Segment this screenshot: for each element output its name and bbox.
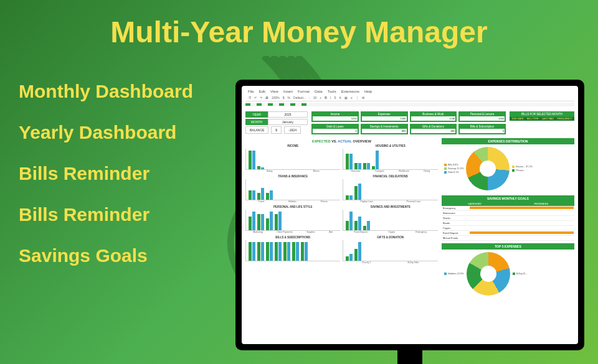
summary-tile: Business & Work1230: [410, 111, 457, 122]
bills-panel-title: BILLS FOR SELECTED MONTH: [510, 111, 574, 117]
feature-item: Bills Reminder: [19, 204, 193, 225]
expenses-distribution-panel: EXPENSES DISTRIBUTION Bills 0.0%Savings …: [442, 138, 574, 193]
feature-item: Bills Reminder: [19, 163, 193, 184]
mini-bar-chart: TRANS & INSURANCE TravelHobbiesFitness: [245, 175, 340, 203]
menu-item[interactable]: Extensions: [341, 90, 359, 93]
feature-list: Monthly DashboardYearly DashboardBills R…: [19, 81, 193, 286]
legend-item: Busine... 37.2%: [512, 166, 533, 168]
bills-col-header: FREQUENCY: [557, 118, 572, 120]
bills-col-header: LAST PAID: [542, 118, 554, 120]
summary-tile: Bills & Subscription0: [458, 124, 506, 134]
font-select[interactable]: Default...: [293, 96, 306, 100]
overview-title: EXPECTED VS. ACTUAL OVERVIEW: [245, 139, 438, 143]
bills-col-header: BILL TYPE: [527, 118, 539, 120]
mini-bar-chart: INCOME SalaryBonus: [245, 144, 340, 172]
menu-item[interactable]: Format: [298, 90, 310, 93]
currency-label: $: [271, 126, 282, 134]
main-title: Multi-Year Money Manager: [0, 0, 598, 49]
goals-title: SAVINGS MONTHLY GOALS: [442, 195, 574, 202]
legend-item: Savings 11.0%: [444, 167, 463, 170]
goals-row: Fixed Deposit: [442, 231, 574, 236]
summary-tile: Personal & Leisure1560: [458, 111, 506, 122]
legend-item: Debt 0.1%: [444, 171, 463, 174]
goals-row: Emergency: [442, 206, 574, 211]
goals-row: Bonds: [442, 221, 574, 226]
legend-item: Bills 0.0%: [444, 164, 463, 166]
print-icon[interactable]: 🖶: [265, 96, 269, 100]
menu-item[interactable]: View: [270, 90, 278, 93]
legend-item: B-Day B...: [513, 273, 527, 275]
menu-item[interactable]: Insert: [283, 90, 293, 93]
summary-tile: Income5250: [311, 111, 359, 122]
month-select[interactable]: January: [268, 119, 308, 125]
savings-goals-panel: SAVINGS MONTHLY GOALS CATEGORYPROGRESS E…: [442, 195, 574, 241]
menu-icon[interactable]: ☰: [248, 96, 252, 100]
balance-value: -1924: [284, 126, 301, 134]
sheet-tabs[interactable]: [245, 103, 574, 106]
mini-bar-chart: HOUSING & UTILITIES GroceriesTransportHe…: [343, 144, 437, 172]
menu-item[interactable]: Edit: [259, 90, 265, 93]
mini-bar-chart: PERSONAL AND LIFE STYLE MarketingClient …: [245, 205, 340, 233]
monitor-frame: FileEditViewInsertFormatDataToolsExtensi…: [235, 80, 584, 350]
mini-bar-chart: BILLS & SUBSCRIPTIONS: [245, 236, 340, 264]
goals-col-header: PROGRESS: [508, 202, 574, 206]
feature-item: Monthly Dashboard: [19, 81, 193, 102]
feature-item: Yearly Dashboard: [19, 122, 193, 143]
menu-item[interactable]: File: [248, 90, 254, 93]
zoom-label[interactable]: 100%: [271, 96, 280, 100]
year-label: YEAR: [245, 111, 268, 118]
redo-icon[interactable]: ↷: [259, 96, 263, 100]
top5-panel: TOP 5 EXPENSES Hobbies 22.0% B-Day B...: [442, 243, 574, 298]
bills-col-header: DUE DATE: [512, 118, 524, 120]
summary-tile: Expenses1566: [361, 111, 408, 122]
goals-col-header: CATEGORY: [442, 202, 508, 206]
text-color-icon[interactable]: A: [339, 96, 342, 100]
legend-item: Hobbies 22.0%: [444, 273, 464, 275]
overview-col: EXPECTED VS. ACTUAL OVERVIEW INCOME Sala…: [245, 138, 438, 298]
mini-bar-chart: FINANCIAL OBLIGATIONS Payday LoanPersona…: [343, 175, 437, 203]
top5-donut-chart: [467, 252, 510, 296]
expenses-donut-chart: [466, 147, 510, 190]
fill-color-icon[interactable]: ▦: [344, 96, 348, 100]
summary-tile: Savings & Investments800: [361, 124, 408, 134]
summary-tile: Debt & Loans9: [311, 124, 359, 134]
dist-title: EXPENSES DISTRIBUTION: [442, 138, 574, 144]
menu-bar[interactable]: FileEditViewInsertFormatDataToolsExtensi…: [245, 88, 574, 95]
toolbar[interactable]: ☰ ↶ ↷ 🖶 100% $% Default... -10+ BIS A ▦ …: [245, 95, 574, 101]
balance-label: BALANCE: [245, 126, 268, 134]
month-label: MONTH: [245, 119, 268, 125]
menu-item[interactable]: Tools: [328, 90, 336, 93]
undo-icon[interactable]: ↶: [254, 96, 257, 100]
summary-tile: Gifts & Donations885: [410, 124, 457, 134]
goals-row: Crypto: [442, 226, 574, 231]
top5-title: TOP 5 EXPENSES: [442, 243, 574, 250]
menu-item[interactable]: Help: [364, 90, 372, 93]
goals-row: Stocks: [442, 216, 574, 221]
spreadsheet-screen: FileEditViewInsertFormatDataToolsExtensi…: [242, 86, 578, 344]
menu-item[interactable]: Data: [315, 90, 323, 93]
feature-item: Savings Goals: [19, 245, 193, 266]
year-select[interactable]: 2025: [268, 111, 308, 118]
mini-bar-chart: GIFTS & DONATION Charity 2B-Day Gifts: [343, 236, 437, 264]
goals-row: Mutual Funds: [442, 236, 574, 241]
mini-bar-chart: SAVINGS AND INVESTMENTS Fixed DepositCry…: [343, 205, 437, 233]
font-size[interactable]: 10: [313, 96, 318, 100]
legend-item: Person...: [512, 169, 533, 172]
goals-row: Retirement: [442, 211, 574, 216]
